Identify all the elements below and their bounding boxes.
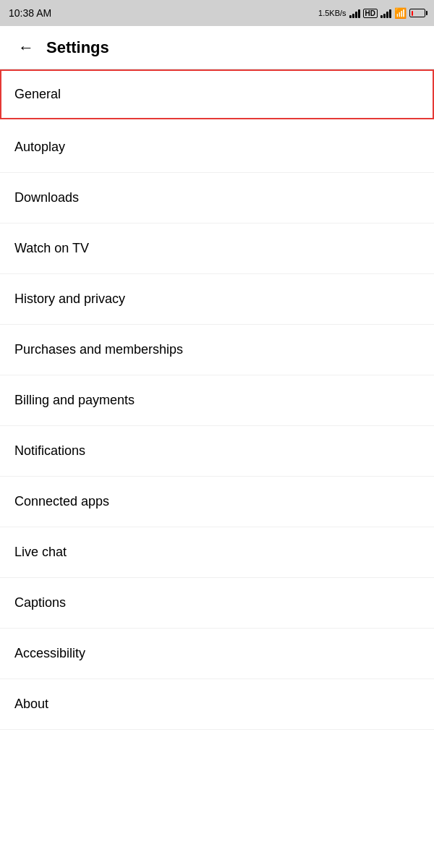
settings-item-accessibility[interactable]: Accessibility — [0, 629, 434, 679]
battery-icon — [409, 9, 425, 17]
status-icons: 1.5KB/s HD 📶 — [318, 7, 425, 19]
nav-bar: ← Settings — [0, 26, 434, 69]
settings-item-notifications[interactable]: Notifications — [0, 426, 434, 477]
hd-badge: HD — [363, 9, 378, 18]
wifi-icon: 📶 — [394, 7, 407, 19]
status-time: 10:38 AM — [9, 7, 51, 19]
battery-body — [409, 9, 425, 17]
signal-bar — [386, 12, 388, 18]
page-title: Settings — [46, 38, 109, 57]
settings-item-about[interactable]: About — [0, 679, 434, 730]
signal-bar — [355, 12, 357, 18]
signal-bars-2 — [380, 8, 391, 18]
settings-item-history-and-privacy[interactable]: History and privacy — [0, 274, 434, 325]
network-speed: 1.5KB/s — [318, 9, 346, 17]
settings-list: GeneralAutoplayDownloadsWatch on TVHisto… — [0, 69, 434, 730]
signal-bar — [389, 9, 391, 18]
status-bar: 10:38 AM 1.5KB/s HD 📶 — [0, 0, 434, 26]
settings-item-autoplay[interactable]: Autoplay — [0, 122, 434, 173]
signal-bar — [349, 15, 352, 18]
signal-bar — [383, 14, 386, 18]
signal-bars-1 — [349, 8, 360, 18]
signal-bar — [358, 9, 360, 18]
battery-fill — [412, 11, 414, 16]
signal-bar — [352, 14, 354, 18]
settings-item-captions[interactable]: Captions — [0, 578, 434, 629]
settings-item-general[interactable]: General — [0, 69, 434, 119]
settings-item-watch-on-tv[interactable]: Watch on TV — [0, 224, 434, 274]
settings-item-purchases-and-memberships[interactable]: Purchases and memberships — [0, 325, 434, 375]
settings-item-live-chat[interactable]: Live chat — [0, 527, 434, 578]
back-arrow-icon: ← — [18, 40, 34, 56]
settings-item-downloads[interactable]: Downloads — [0, 173, 434, 224]
back-button[interactable]: ← — [12, 33, 41, 62]
settings-item-connected-apps[interactable]: Connected apps — [0, 477, 434, 527]
settings-item-billing-and-payments[interactable]: Billing and payments — [0, 375, 434, 426]
signal-bar — [380, 15, 383, 18]
